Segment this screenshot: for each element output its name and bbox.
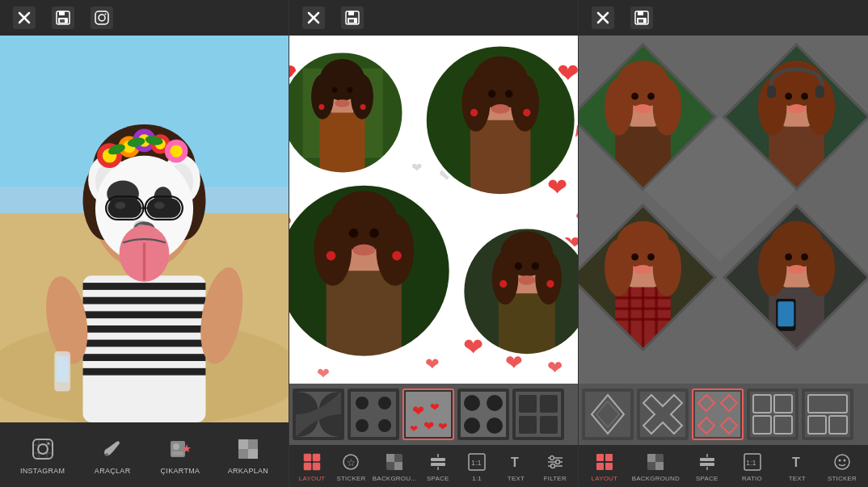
panel1-tool-cikartma[interactable]: ÇIKARTMA — [160, 435, 200, 475]
svg-rect-76 — [248, 449, 258, 459]
panel1-save-button[interactable] — [52, 6, 74, 29]
svg-point-272 — [788, 265, 806, 274]
panel1-instagram-button[interactable] — [91, 6, 113, 29]
svg-point-153 — [352, 245, 375, 256]
svg-text:❤: ❤ — [438, 420, 448, 433]
panel2-tool-filter[interactable]: FILTER — [537, 451, 573, 482]
svg-point-166 — [518, 275, 535, 285]
svg-point-140 — [491, 104, 510, 114]
svg-rect-219 — [638, 19, 643, 23]
svg-text:❤: ❤ — [547, 357, 563, 378]
panel3-layout-5[interactable] — [802, 388, 853, 440]
panel2-thumb-1[interactable] — [293, 388, 344, 440]
svg-point-7 — [99, 15, 105, 21]
svg-text:❤: ❤ — [575, 208, 578, 227]
svg-point-174 — [356, 419, 369, 432]
svg-text:❤: ❤ — [317, 365, 330, 382]
panel3-tool-background[interactable]: BACKGROUND — [632, 451, 680, 482]
panel2-sticker-label: STICKER — [336, 475, 365, 482]
svg-point-136 — [461, 75, 490, 132]
panel3-space-icon — [696, 451, 718, 473]
panel3-close-button[interactable] — [592, 6, 614, 29]
svg-rect-77 — [238, 449, 248, 459]
panel2-tool-sticker[interactable]: ☆ STICKER — [333, 451, 369, 482]
panel-2: ❤ ❤ ❤ ❤ ❤ ❤ ❤ ❤ ❤ ❤ ❤ ❤ ❤ ❤ ❤ ❤ ❤ ❤ ❤ ❤ … — [289, 0, 579, 487]
svg-rect-134 — [470, 120, 531, 195]
svg-point-239 — [785, 93, 792, 100]
svg-rect-193 — [313, 454, 320, 461]
panel3-save-button[interactable] — [630, 6, 653, 29]
panel2-layout-label: LAYOUT — [299, 475, 326, 482]
svg-text:❤: ❤ — [423, 419, 434, 433]
svg-point-129 — [360, 104, 366, 110]
panel2-tool-background[interactable]: BACKGROU... — [373, 451, 417, 482]
panel2-thumb-3[interactable]: ❤ ❤ ❤ ❤ ❤ — [402, 388, 454, 440]
svg-point-240 — [801, 93, 808, 100]
svg-rect-15 — [83, 297, 206, 304]
panel3-tool-ratio[interactable]: 1:1 RATIO — [735, 451, 770, 482]
svg-point-69 — [105, 453, 108, 456]
panel3-layout-2[interactable] — [637, 388, 689, 440]
panel3-layout-1[interactable] — [582, 388, 634, 440]
svg-point-128 — [318, 104, 324, 110]
panel2-thumb-2[interactable] — [348, 388, 399, 440]
panel2-ratio-icon: 1:1 — [466, 451, 488, 473]
panel1-close-button[interactable] — [13, 6, 36, 29]
panel2-space-label: SPACE — [427, 475, 449, 482]
svg-point-124 — [351, 74, 373, 120]
panel2-close-button[interactable] — [302, 6, 325, 29]
panel2-bottom-section: ❤ ❤ ❤ ❤ ❤ — [289, 384, 578, 487]
svg-rect-39 — [147, 199, 181, 218]
svg-point-226 — [605, 78, 633, 136]
panel3-tool-sticker[interactable]: STICKER — [824, 451, 860, 482]
svg-point-164 — [515, 262, 522, 270]
panel2-thumb-4[interactable] — [457, 388, 509, 440]
panel2-tool-layout[interactable]: LAYOUT — [294, 451, 330, 482]
panel3-tool-layout[interactable]: LAYOUT — [587, 451, 622, 482]
svg-point-42 — [154, 202, 165, 209]
panel3-ratio-label: RATIO — [742, 475, 762, 482]
svg-rect-188 — [519, 395, 537, 413]
svg-rect-297 — [605, 454, 613, 461]
panel3-layout-3[interactable] — [692, 388, 744, 440]
panel2-collage-area: ❤ ❤ ❤ ❤ ❤ ❤ ❤ ❤ ❤ ❤ ❤ ❤ ❤ ❤ ❤ ❤ ❤ ❤ ❤ ❤ … — [289, 36, 578, 384]
svg-rect-62 — [33, 439, 53, 459]
panel3-layout-icon — [593, 451, 616, 473]
svg-text:T: T — [792, 456, 800, 469]
svg-rect-84 — [349, 19, 354, 23]
svg-rect-194 — [304, 463, 311, 470]
panel2-ratio-label: 1:1 — [472, 475, 482, 482]
svg-point-142 — [523, 109, 530, 116]
panel3-tool-text[interactable]: T TEXT — [779, 451, 815, 482]
svg-point-310 — [835, 455, 849, 469]
panel2-save-button[interactable] — [341, 6, 364, 29]
panel1-arkaplan-label: ARKAPLAN — [228, 467, 268, 475]
svg-rect-20 — [83, 368, 206, 376]
panel1-tool-arkaplan[interactable]: ARKAPLAN — [228, 435, 268, 475]
svg-rect-301 — [647, 454, 655, 462]
panel3-space-label: SPAcE — [696, 475, 718, 482]
svg-point-259 — [631, 254, 638, 261]
panel2-tool-space[interactable]: SPACE — [420, 451, 456, 482]
panel1-tool-araclar[interactable]: ARAÇLAR — [92, 435, 133, 475]
svg-rect-299 — [605, 463, 613, 470]
panel2-thumbnail-strip: ❤ ❤ ❤ ❤ ❤ — [289, 384, 578, 445]
svg-text:❤: ❤ — [463, 334, 483, 360]
panel1-tool-instagram[interactable]: INSTAGRAM — [20, 435, 65, 475]
svg-point-137 — [511, 75, 539, 132]
svg-text:T: T — [511, 456, 519, 469]
panel3-tool-space[interactable]: SPAcE — [689, 451, 725, 482]
svg-rect-298 — [596, 463, 604, 470]
svg-text:❤: ❤ — [430, 401, 440, 414]
panel2-thumb-5[interactable] — [512, 388, 564, 440]
panel3-layout-4[interactable] — [747, 388, 798, 440]
panel2-tool-text[interactable]: T TEXT — [498, 451, 533, 482]
panel2-tool-ratio[interactable]: 1:1 1:1 — [459, 451, 495, 482]
svg-rect-78 — [248, 439, 258, 449]
svg-point-173 — [378, 397, 391, 409]
svg-rect-201 — [431, 458, 445, 461]
panel1-bottom-bar: INSTAGRAM ARAÇLAR — [0, 422, 289, 487]
svg-rect-38 — [107, 199, 141, 218]
svg-point-71 — [173, 443, 179, 450]
svg-point-152 — [369, 229, 379, 238]
